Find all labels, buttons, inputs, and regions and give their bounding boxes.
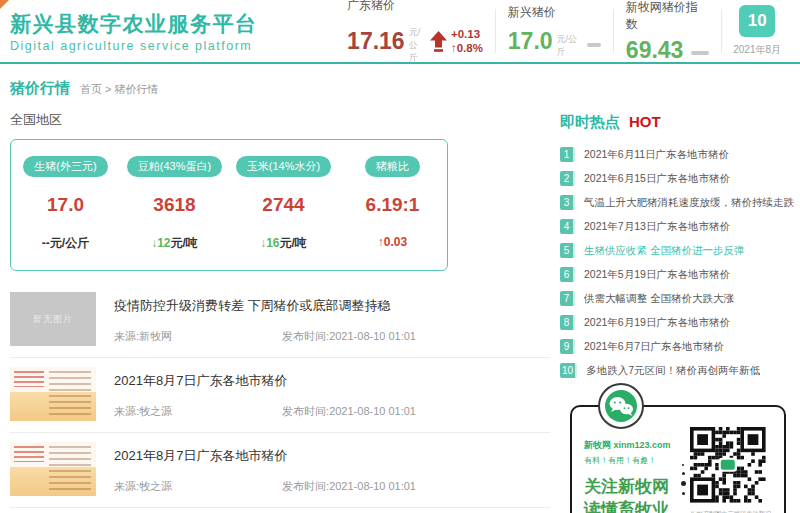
price-card-corn: 玉米(14%水分) 2744 ↓16元/吨 xyxy=(229,156,338,252)
news-title[interactable]: 2021年8月7日广东各地市猪价 xyxy=(114,447,416,465)
hot-rank-badge: 2 xyxy=(560,171,575,186)
price-cards-panel: 生猪(外三元) 17.0 --元/公斤 豆粕(43%蛋白) 3618 ↓12元/… xyxy=(10,139,448,271)
header-price-stats: 广东猪价 17.16 元/公斤 +0.13 ↑0.8% 新兴猪价 xyxy=(335,0,792,65)
news-item[interactable]: 2021年8月7日广东各地市猪价 来源:牧之源 发布时间:2021-08-10 … xyxy=(10,358,550,433)
stat-value: 69.43 xyxy=(626,37,684,64)
hot-item-title[interactable]: 2021年6月19日广东各地市猪价 xyxy=(584,316,730,330)
price-delta: ↑0.03 xyxy=(378,235,407,249)
hot-list: 12021年6月11日广东各地市猪价22021年6月15日广东各地市猪价3气温上… xyxy=(560,147,795,378)
news-title[interactable]: 2021年8月7日广东各地市猪价 xyxy=(114,372,416,390)
hot-item[interactable]: 42021年7月13日广东各地市猪价 xyxy=(560,219,795,234)
hot-item[interactable]: 12021年6月11日广东各地市猪价 xyxy=(560,147,795,162)
wechat-slogan: 有料！有用！有趣！ xyxy=(584,455,676,466)
hot-item-title[interactable]: 2021年6月7日广东各地市猪价 xyxy=(584,340,724,354)
up-arrow-icon xyxy=(430,31,447,52)
page-title: 猪价行情 xyxy=(10,79,70,98)
calendar-month: 2021年8月 xyxy=(722,43,792,57)
news-title[interactable]: 疫情防控升级消费转差 下周猪价或底部调整持稳 xyxy=(114,297,416,315)
hot-rank-badge: 6 xyxy=(560,267,575,282)
hot-item[interactable]: 92021年6月7日广东各地市猪价 xyxy=(560,339,795,354)
wechat-brand-name: 新牧网 xinm123.com xyxy=(584,439,676,452)
price-delta: ↓12 xyxy=(151,236,170,250)
wechat-follow-card: 新牧网 xinm123.com 有料！有用！有趣！ 关注新牧网 读懂畜牧业 长按… xyxy=(570,405,786,513)
stat-guangdong-price: 广东猪价 17.16 元/公斤 +0.13 ↑0.8% xyxy=(335,0,495,65)
price-card-value: 2744 xyxy=(229,194,338,216)
wechat-cta-line2: 读懂畜牧业 xyxy=(584,498,676,513)
price-delta: ↓16 xyxy=(260,236,279,250)
hot-item[interactable]: 82021年6月19日广东各地市猪价 xyxy=(560,315,795,330)
hot-rank-badge: 7 xyxy=(560,291,575,306)
main-column: 全国地区 生猪(外三元) 17.0 --元/公斤 豆粕(43%蛋白) 3618 … xyxy=(10,109,560,513)
hot-item[interactable]: 10多地跌入7元区间！猪价再创两年新低 xyxy=(560,363,795,378)
calendar-widget: 10 2021年8月 xyxy=(722,5,792,57)
hot-rank-badge: 4 xyxy=(560,219,575,234)
stat-value: 17.0 xyxy=(508,28,553,55)
hot-item-title[interactable]: 2021年6月11日广东各地市猪价 xyxy=(584,148,729,162)
qr-caption: 长按识别图中二维码关注我们 xyxy=(690,510,752,513)
news-thumbnail-placeholder: 暂无图片 xyxy=(10,292,96,346)
hot-section-title: 即时热点 xyxy=(560,113,620,132)
wechat-cta-line1: 关注新牧网 xyxy=(584,475,676,498)
price-card-badge: 生猪(外三元) xyxy=(23,156,107,177)
wechat-icon xyxy=(598,383,644,429)
breadcrumb-trail[interactable]: 首页 > 猪价行情 xyxy=(80,82,159,97)
hot-item-title[interactable]: 气温上升大肥猪消耗速度放缓，猪价持续走跌 xyxy=(584,196,794,210)
price-card-value: 6.19:1 xyxy=(338,194,447,216)
sidebar: 即时热点 HOT 12021年6月11日广东各地市猪价22021年6月15日广东… xyxy=(560,109,800,513)
price-card-badge: 豆粕(43%蛋白) xyxy=(127,156,222,177)
region-section-title: 全国地区 xyxy=(10,111,560,129)
news-publish-time: 发布时间:2021-08-10 01:01 xyxy=(282,479,416,494)
hot-item-title[interactable]: 多地跌入7元区间！猪价再创两年新低 xyxy=(586,364,760,378)
hot-item[interactable]: 3气温上升大肥猪消耗速度放缓，猪价持续走跌 xyxy=(560,195,795,210)
stat-label: 广东猪价 xyxy=(347,0,483,14)
hot-item[interactable]: 5生猪供应收紧 全国猪价进一步反弹 xyxy=(560,243,795,258)
news-item[interactable]: 2021年8月7日广东各地市猪价 来源:牧之源 发布时间:2021-08-10 … xyxy=(10,433,550,508)
news-publish-time: 发布时间:2021-08-10 01:01 xyxy=(282,329,416,344)
site-title-en: Digital agriculture service platform xyxy=(10,39,295,53)
stat-xinmu-index: 新牧网猪价指数 69.43 xyxy=(614,0,722,64)
hot-tag: HOT xyxy=(629,113,661,130)
stat-change-pct: ↑0.8% xyxy=(451,42,483,55)
hot-item[interactable]: 62021年5月19日广东各地市猪价 xyxy=(560,267,795,282)
price-card-pig: 生猪(外三元) 17.0 --元/公斤 xyxy=(11,156,120,252)
price-card-value: 17.0 xyxy=(11,194,120,216)
stat-change: +0.13 xyxy=(451,28,483,41)
price-delta-unit: 元/吨 xyxy=(280,236,307,250)
hot-rank-badge: 8 xyxy=(560,315,575,330)
qr-code xyxy=(690,427,770,507)
news-source: 来源:牧之源 xyxy=(114,479,172,494)
hot-rank-badge: 5 xyxy=(560,243,575,258)
breadcrumb: 猪价行情 首页 > 猪价行情 xyxy=(0,64,800,109)
site-title-cn: 新兴县数字农业服务平台 xyxy=(10,10,295,38)
hot-item-title[interactable]: 供需大幅调整 全国猪价大跌大涨 xyxy=(584,292,734,306)
hot-rank-badge: 9 xyxy=(560,339,575,354)
news-item[interactable]: 暂无图片 疫情防控升级消费转差 下周猪价或底部调整持稳 来源:新牧网 发布时间:… xyxy=(10,283,550,358)
news-thumbnail xyxy=(10,367,96,421)
hot-section-header: 即时热点 HOT xyxy=(560,113,795,132)
stat-label: 新牧网猪价指数 xyxy=(626,0,710,33)
hot-item-title[interactable]: 2021年5月19日广东各地市猪价 xyxy=(584,268,730,282)
hot-rank-badge: 3 xyxy=(560,195,575,210)
stat-label: 新兴猪价 xyxy=(508,4,601,21)
price-card-value: 3618 xyxy=(120,194,229,216)
price-delta: -- xyxy=(42,236,50,250)
flat-trend-dash-icon xyxy=(587,43,601,47)
price-delta-unit: 元/公斤 xyxy=(50,236,89,250)
no-image-watermark: 暂无图片 xyxy=(33,313,73,326)
flat-trend-dash-icon xyxy=(691,51,709,55)
hot-item[interactable]: 22021年6月15日广东各地市猪价 xyxy=(560,171,795,186)
news-item[interactable]: 2021年8月6日广东各地市猪价 来源:牧之源 发布时间:2021-08-10 … xyxy=(10,508,550,513)
hot-item-title[interactable]: 2021年7月13日广东各地市猪价 xyxy=(584,220,730,234)
corner-ribbon xyxy=(0,0,9,9)
hot-item-title[interactable]: 生猪供应收紧 全国猪价进一步反弹 xyxy=(584,244,744,258)
hot-item[interactable]: 7供需大幅调整 全国猪价大跌大涨 xyxy=(560,291,795,306)
news-publish-time: 发布时间:2021-08-10 01:01 xyxy=(282,404,416,419)
price-card-badge: 猪粮比 xyxy=(365,156,420,177)
hot-item-title[interactable]: 2021年6月15日广东各地市猪价 xyxy=(584,172,730,186)
calendar-day: 10 xyxy=(739,5,775,37)
news-list: 暂无图片 疫情防控升级消费转差 下周猪价或底部调整持稳 来源:新牧网 发布时间:… xyxy=(10,283,550,513)
dots-divider xyxy=(676,437,690,513)
price-card-ratio: 猪粮比 6.19:1 ↑0.03 xyxy=(338,156,447,252)
news-source: 来源:新牧网 xyxy=(114,329,172,344)
site-logo[interactable]: 新兴县数字农业服务平台 Digital agriculture service … xyxy=(10,10,295,53)
